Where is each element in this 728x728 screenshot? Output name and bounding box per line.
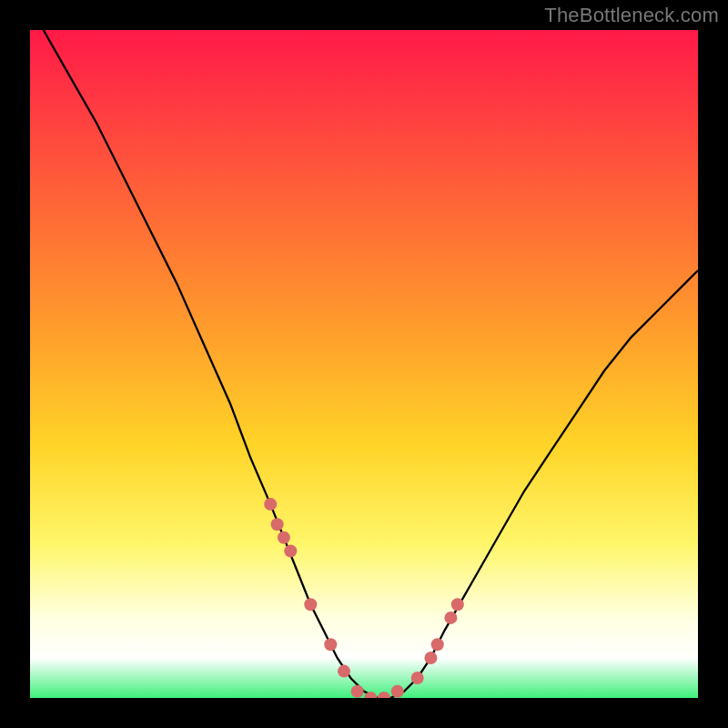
highlight-point [378, 692, 390, 698]
plot-area [30, 30, 698, 698]
chart-svg [30, 30, 698, 698]
highlight-point [411, 672, 424, 684]
highlight-point [351, 685, 364, 698]
highlight-point [424, 652, 437, 664]
highlight-points [264, 498, 464, 698]
highlight-point [338, 665, 350, 678]
watermark-text: TheBottleneck.com [544, 4, 719, 27]
chart-frame: TheBottleneck.com [0, 0, 728, 728]
highlight-point [284, 545, 297, 558]
highlight-point [451, 598, 464, 611]
highlight-point [431, 638, 444, 651]
highlight-point [391, 685, 404, 698]
highlight-point [278, 531, 290, 544]
highlight-point [324, 638, 337, 651]
highlight-point [271, 518, 284, 531]
highlight-point [304, 598, 317, 611]
highlight-point [264, 498, 277, 511]
curve-path [44, 30, 698, 698]
highlight-point [444, 612, 457, 624]
